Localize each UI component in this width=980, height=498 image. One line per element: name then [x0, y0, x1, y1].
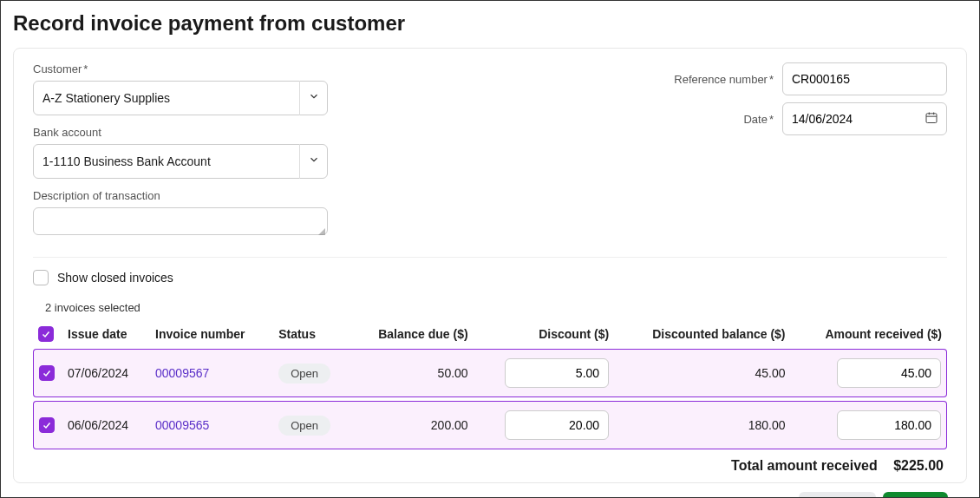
customer-select[interactable]: A-Z Stationery Supplies	[33, 81, 328, 115]
row-checkbox[interactable]	[39, 417, 55, 433]
status-badge: Open	[278, 416, 330, 436]
description-label: Description of transaction	[33, 189, 328, 202]
col-discounted-balance: Discounted balance ($)	[614, 319, 790, 349]
customer-value: A-Z Stationery Supplies	[42, 91, 299, 105]
col-invoice-number: Invoice number	[150, 319, 273, 349]
col-balance-due: Balance due ($)	[350, 319, 474, 349]
reference-field: Reference number	[626, 62, 947, 95]
cell-balance-due: 200.00	[350, 401, 474, 449]
chevron-down-icon	[299, 144, 327, 179]
col-issue-date: Issue date	[62, 319, 150, 349]
invoice-table: Issue date Invoice number Status Balance…	[33, 319, 947, 449]
discount-input[interactable]	[505, 410, 609, 440]
col-amount-received: Amount received ($)	[791, 319, 947, 349]
cell-issue-date: 06/06/2024	[62, 401, 150, 449]
date-field: Date	[626, 102, 947, 135]
cancel-button[interactable]: Cancel	[799, 492, 876, 498]
show-closed-label: Show closed invoices	[57, 271, 173, 285]
cell-issue-date: 07/06/2024	[62, 349, 150, 397]
bank-account-select[interactable]: 1-1110 Business Bank Account	[33, 144, 328, 179]
date-input[interactable]	[782, 102, 947, 135]
status-badge: Open	[278, 364, 330, 383]
divider	[33, 257, 947, 258]
reference-input[interactable]	[782, 62, 947, 95]
row-checkbox[interactable]	[39, 365, 55, 381]
amount-received-input[interactable]	[837, 358, 941, 388]
cell-discounted-balance: 180.00	[614, 401, 790, 449]
invoice-link[interactable]: 00009565	[155, 418, 209, 432]
table-row: 06/06/2024 00009565 Open 200.00 180.00	[33, 401, 947, 449]
chevron-down-icon	[299, 81, 327, 115]
total-row: Total amount received $225.00	[33, 458, 947, 474]
cell-balance-due: 50.00	[350, 349, 474, 397]
col-discount: Discount ($)	[474, 319, 614, 349]
payment-card: Customer A-Z Stationery Supplies Bank ac…	[13, 48, 967, 483]
footer-buttons: Cancel Save	[13, 492, 967, 498]
select-all-checkbox[interactable]	[38, 326, 54, 342]
date-label: Date	[743, 113, 774, 126]
invoice-link[interactable]: 00009567	[155, 366, 209, 380]
customer-field: Customer A-Z Stationery Supplies	[33, 62, 328, 115]
amount-received-input[interactable]	[837, 410, 941, 440]
reference-label: Reference number	[674, 73, 774, 86]
bank-account-field: Bank account 1-1110 Business Bank Accoun…	[33, 126, 328, 179]
show-closed-row: Show closed invoices	[33, 270, 947, 285]
show-closed-checkbox[interactable]	[33, 270, 49, 285]
page-title: Record invoice payment from customer	[13, 11, 967, 36]
total-amount: $225.00	[893, 458, 944, 473]
description-field: Description of transaction	[33, 189, 328, 238]
discount-input[interactable]	[505, 358, 609, 388]
save-button[interactable]: Save	[883, 492, 948, 498]
bank-account-value: 1-1110 Business Bank Account	[42, 154, 299, 168]
table-row: 07/06/2024 00009567 Open 50.00 45.00	[33, 349, 947, 397]
total-label: Total amount received	[731, 458, 878, 473]
customer-label: Customer	[33, 62, 328, 75]
description-input[interactable]	[33, 207, 328, 235]
bank-account-label: Bank account	[33, 126, 328, 139]
selected-count: 2 invoices selected	[45, 301, 947, 314]
cell-discounted-balance: 45.00	[614, 349, 790, 397]
col-status: Status	[273, 319, 350, 349]
